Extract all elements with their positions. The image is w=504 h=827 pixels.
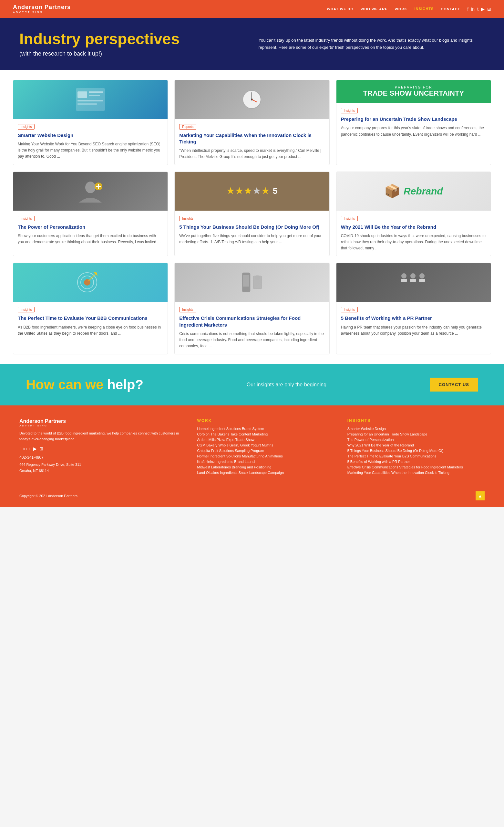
svg-rect-2 (89, 91, 103, 93)
youtube-icon[interactable]: ▶ (481, 6, 485, 12)
footer-work-title: WORK (197, 418, 334, 423)
footer-work-link-7[interactable]: Kraft Heinz Ingredients Brand Launch (197, 460, 334, 464)
footer-insights-link-3[interactable]: The Power of Personalization (347, 438, 485, 442)
svg-rect-1 (78, 91, 87, 98)
card-clock[interactable]: Reports Marketing Your Capabilities When… (174, 80, 329, 165)
footer-facebook-icon[interactable]: f (19, 446, 21, 451)
twitter-icon[interactable]: t (477, 6, 478, 12)
svg-point-10 (85, 182, 96, 193)
footer-insights-link-4[interactable]: Why 2021 Will Be the Year of the Rebrand (347, 443, 485, 447)
card-pr-image (337, 263, 491, 302)
footer-insights-link-6[interactable]: The Perfect Time to Evaluate Your B2B Co… (347, 454, 485, 458)
card-rebrand-text: COVID-19 shook up industries in ways tha… (341, 233, 486, 252)
hero-title: Industry perspectives (19, 31, 246, 48)
footer-social: f in t ▶ ⊞ (19, 446, 184, 451)
card-rebrand-badge: Insights (341, 216, 358, 221)
back-to-top-button[interactable]: ▲ (475, 491, 485, 500)
footer-insights-link-1[interactable]: Smarter Website Design (347, 427, 485, 431)
footer-work-link-1[interactable]: Hormel Ingredient Solutions Brand System (197, 427, 334, 431)
nav-insights[interactable]: INSIGHTS (414, 7, 434, 11)
footer-work-link-8[interactable]: Midwest Laboratories Branding and Positi… (197, 465, 334, 469)
footer-youtube-icon[interactable]: ▶ (33, 446, 37, 451)
card-clock-badge: Reports (179, 124, 196, 130)
footer-work-link-3[interactable]: Ardent Mills Pizza Expo Trade Show (197, 438, 334, 442)
card-person-body: Insights The Power of Personalization Sh… (13, 211, 167, 256)
nav-what-we-do[interactable]: WHAT WE DO (327, 7, 354, 11)
footer-work-link-6[interactable]: Hormel Ingredient Solutions Manufacturin… (197, 454, 334, 458)
card-clock-title: Marketing Your Capabilities When the Inn… (179, 132, 324, 145)
footer-col-insights: INSIGHTS Smarter Website Design Preparin… (347, 418, 485, 476)
cta-title: How can we help? (26, 377, 143, 392)
card-trade-text: As your company prepares for this year's… (341, 125, 486, 137)
main-nav: WHAT WE DO WHO WE ARE WORK INSIGHTS CONT… (327, 6, 491, 12)
footer-top: Anderson Partners ADVERTISING Devoted to… (19, 418, 485, 476)
card-website-image (13, 80, 167, 119)
site-footer: Anderson Partners ADVERTISING Devoted to… (0, 405, 504, 507)
hero-section: Industry perspectives (with the research… (0, 18, 504, 70)
footer-logo-name: Anderson Partners (19, 418, 184, 424)
footer-work-link-4[interactable]: CGM Bakery Whole Grain, Greek Yogurt Muf… (197, 443, 334, 447)
logo[interactable]: Anderson Partners ADVERTISING (13, 4, 71, 14)
facebook-icon[interactable]: f (467, 6, 468, 12)
footer-insights-link-8[interactable]: Effective Crisis Communications Strategi… (347, 465, 485, 469)
card-stars[interactable]: ★ ★ ★ ★ ★ 5 Insights 5 Things Your Busin… (174, 172, 329, 256)
footer-address-line1: 444 Regency Parkway Drive, Suite 311 (19, 463, 81, 467)
cta-section: How can we help? Our insights are only t… (0, 364, 504, 405)
card-person-title: The Power of Personalization (18, 224, 163, 230)
card-target-image (13, 263, 167, 302)
card-person[interactable]: Insights The Power of Personalization Sh… (13, 172, 168, 256)
card-phone-text: Crisis communications is not something t… (179, 331, 324, 349)
card-website-text: Making Your Website Work for You Beyond … (18, 141, 163, 160)
card-phone-badge: Insights (179, 307, 196, 312)
card-trade-body: Insights Preparing for an Uncertain Trad… (337, 103, 491, 164)
card-stars-text: We've put together five things you shoul… (179, 233, 324, 245)
card-trade-pre: PREPARING FOR (342, 85, 486, 89)
footer-insights-link-5[interactable]: 5 Things Your Business Should Be Doing (… (347, 449, 485, 452)
footer-insights-link-9[interactable]: Marketing Your Capabilities When the Inn… (347, 471, 485, 475)
footer-description: Devoted to the world of B2B food ingredi… (19, 430, 184, 442)
footer-col-about: Anderson Partners ADVERTISING Devoted to… (19, 418, 184, 476)
footer-work-link-5[interactable]: Chiquita Fruit Solutions Sampling Progra… (197, 449, 334, 452)
card-phone[interactable]: Insights Effective Crisis Communications… (174, 263, 329, 354)
contact-us-button[interactable]: CONTACT US (430, 378, 478, 392)
footer-grid-icon[interactable]: ⊞ (39, 446, 43, 451)
cta-title-white: help? (107, 377, 143, 392)
footer-linkedin-icon[interactable]: in (23, 446, 27, 451)
card-website[interactable]: Insights Smarter Website Design Making Y… (13, 80, 168, 165)
card-pr[interactable]: Insights 5 Benefits of Working with a PR… (336, 263, 491, 354)
svg-point-26 (401, 273, 406, 279)
card-target[interactable]: Insights The Perfect Time to Evaluate Yo… (13, 263, 168, 354)
nav-contact[interactable]: CONTACT (441, 7, 460, 11)
footer-insights-link-7[interactable]: 5 Benefits of Working with a PR Partner (347, 460, 485, 464)
nav-work[interactable]: WORK (395, 7, 407, 11)
svg-rect-5 (78, 103, 97, 105)
footer-work-link-2[interactable]: Corbion The Baker's Take Content Marketi… (197, 432, 334, 436)
card-phone-image (175, 263, 329, 302)
card-stars-image: ★ ★ ★ ★ ★ 5 (175, 172, 329, 211)
card-rebrand[interactable]: 📦 Rebrand Insights Why 2021 Will Be the … (336, 172, 491, 256)
card-clock-image (175, 80, 329, 119)
footer-address-line2: Omaha, NE 68114 (19, 469, 49, 473)
footer-copyright: Copyright © 2021 Anderson Partners (19, 494, 78, 498)
card-person-image (13, 172, 167, 211)
card-stars-title: 5 Things Your Business Should Be Doing (… (179, 224, 324, 230)
card-rebrand-body: Insights Why 2021 Will Be the Year of th… (337, 211, 491, 256)
nav-who-we-are[interactable]: WHO WE ARE (361, 7, 388, 11)
cta-title-yellow: How can we (26, 377, 103, 392)
footer-insights-link-2[interactable]: Preparing for an Uncertain Trade Show La… (347, 432, 485, 436)
card-trade[interactable]: PREPARING FOR TRADE SHOW UNCERTAINTY Ins… (336, 80, 491, 165)
footer-logo-sub: ADVERTISING (19, 424, 184, 427)
grid-icon[interactable]: ⊞ (487, 6, 491, 12)
footer-twitter-icon[interactable]: t (30, 446, 31, 451)
svg-rect-24 (410, 279, 416, 282)
card-website-badge: Insights (18, 124, 35, 130)
card-trade-title: Preparing for an Uncertain Trade Show La… (341, 116, 486, 123)
hero-description: You can't stay up on the latest industry… (259, 37, 485, 51)
linkedin-icon[interactable]: in (471, 6, 474, 12)
card-rebrand-title: Why 2021 Will Be the Year of the Rebrand (341, 224, 486, 230)
card-target-title: The Perfect Time to Evaluate Your B2B Co… (18, 315, 163, 322)
footer-address: 444 Regency Parkway Drive, Suite 311 Oma… (19, 461, 184, 474)
social-icons: f in t ▶ ⊞ (467, 6, 491, 12)
svg-rect-3 (89, 95, 100, 96)
footer-work-link-9[interactable]: Land O'Lakes Ingredients Snack Landscape… (197, 471, 334, 475)
